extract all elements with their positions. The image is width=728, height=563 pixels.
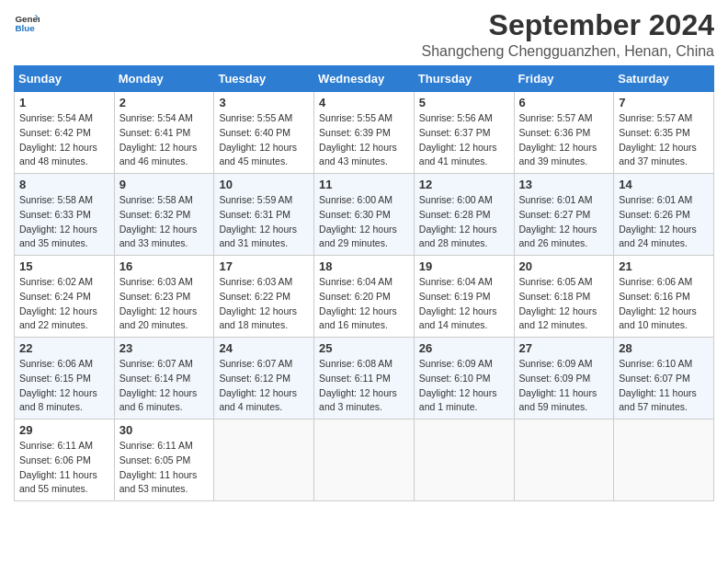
day-number: 13 [519, 178, 609, 191]
daylight-label: Daylight: 12 hours and 46 minutes. [119, 142, 198, 167]
sunset-label: Sunset: 6:14 PM [119, 373, 191, 384]
header: General Blue September 2024 Shangcheng C… [14, 9, 714, 60]
sunset-label: Sunset: 6:19 PM [419, 291, 491, 302]
calendar-cell [414, 419, 514, 501]
calendar-cell: 23 Sunrise: 6:07 AM Sunset: 6:14 PM Dayl… [114, 338, 214, 419]
daylight-label: Daylight: 12 hours and 10 minutes. [619, 305, 697, 331]
daylight-label: Daylight: 12 hours and 12 minutes. [519, 305, 597, 331]
day-number: 4 [319, 96, 409, 109]
day-info: Sunrise: 6:01 AM Sunset: 6:27 PM Dayligh… [519, 193, 609, 251]
daylight-label: Daylight: 12 hours and 8 minutes. [19, 387, 97, 413]
daylight-label: Daylight: 12 hours and 37 minutes. [619, 142, 697, 167]
week-row-2: 8 Sunrise: 5:58 AM Sunset: 6:33 PM Dayli… [15, 174, 714, 256]
daylight-label: Daylight: 12 hours and 24 minutes. [619, 224, 697, 249]
sunset-label: Sunset: 6:23 PM [119, 291, 191, 302]
calendar-cell: 28 Sunrise: 6:10 AM Sunset: 6:07 PM Dayl… [614, 338, 714, 419]
sunrise-label: Sunrise: 6:01 AM [619, 194, 692, 205]
calendar-cell: 12 Sunrise: 6:00 AM Sunset: 6:28 PM Dayl… [414, 174, 514, 256]
daylight-label: Daylight: 12 hours and 14 minutes. [419, 305, 497, 331]
day-number: 2 [119, 96, 210, 109]
sunrise-label: Sunrise: 6:06 AM [19, 358, 93, 369]
sunrise-label: Sunrise: 6:05 AM [519, 276, 593, 287]
header-saturday: Saturday [614, 66, 714, 92]
daylight-label: Daylight: 11 hours and 57 minutes. [619, 387, 697, 413]
daylight-label: Daylight: 12 hours and 39 minutes. [519, 142, 597, 167]
sunset-label: Sunset: 6:32 PM [119, 209, 191, 220]
calendar-cell: 13 Sunrise: 6:01 AM Sunset: 6:27 PM Dayl… [514, 174, 614, 256]
daylight-label: Daylight: 12 hours and 48 minutes. [19, 142, 97, 167]
day-number: 7 [619, 96, 709, 109]
week-row-3: 15 Sunrise: 6:02 AM Sunset: 6:24 PM Dayl… [15, 256, 714, 338]
day-number: 11 [319, 178, 409, 191]
sunset-label: Sunset: 6:27 PM [519, 209, 591, 220]
sunset-label: Sunset: 6:12 PM [219, 373, 290, 384]
daylight-label: Daylight: 12 hours and 26 minutes. [519, 224, 597, 249]
sunset-label: Sunset: 6:40 PM [219, 127, 290, 138]
sunrise-label: Sunrise: 5:55 AM [319, 112, 392, 123]
daylight-label: Daylight: 12 hours and 31 minutes. [219, 224, 297, 249]
sunset-label: Sunset: 6:28 PM [419, 209, 491, 220]
sunset-label: Sunset: 6:42 PM [19, 127, 91, 138]
calendar-cell: 9 Sunrise: 5:58 AM Sunset: 6:32 PM Dayli… [114, 174, 214, 256]
day-number: 23 [119, 341, 210, 355]
sunrise-label: Sunrise: 6:01 AM [519, 194, 593, 205]
header-tuesday: Tuesday [214, 66, 314, 92]
day-number: 12 [419, 178, 509, 191]
calendar-cell: 1 Sunrise: 5:54 AM Sunset: 6:42 PM Dayli… [15, 92, 115, 174]
calendar-cell: 17 Sunrise: 6:03 AM Sunset: 6:22 PM Dayl… [214, 256, 314, 338]
sunrise-label: Sunrise: 6:11 AM [19, 440, 93, 451]
sunset-label: Sunset: 6:26 PM [619, 209, 690, 220]
sunset-label: Sunset: 6:11 PM [319, 373, 391, 384]
daylight-label: Daylight: 12 hours and 29 minutes. [319, 224, 397, 249]
day-info: Sunrise: 6:00 AM Sunset: 6:28 PM Dayligh… [419, 193, 509, 251]
day-info: Sunrise: 6:03 AM Sunset: 6:23 PM Dayligh… [119, 275, 210, 333]
daylight-label: Daylight: 11 hours and 53 minutes. [119, 469, 198, 495]
calendar-cell: 4 Sunrise: 5:55 AM Sunset: 6:39 PM Dayli… [314, 92, 415, 174]
day-info: Sunrise: 6:05 AM Sunset: 6:18 PM Dayligh… [519, 275, 609, 333]
sunset-label: Sunset: 6:24 PM [19, 291, 91, 302]
day-number: 26 [419, 341, 509, 355]
sunrise-label: Sunrise: 5:55 AM [219, 112, 292, 123]
calendar-cell: 7 Sunrise: 5:57 AM Sunset: 6:35 PM Dayli… [614, 92, 714, 174]
sunset-label: Sunset: 6:18 PM [519, 291, 591, 302]
sunset-label: Sunset: 6:10 PM [419, 373, 491, 384]
sunrise-label: Sunrise: 6:08 AM [319, 358, 392, 369]
day-number: 5 [419, 96, 509, 109]
day-info: Sunrise: 5:55 AM Sunset: 6:40 PM Dayligh… [219, 111, 309, 169]
daylight-label: Daylight: 12 hours and 1 minute. [419, 387, 497, 413]
calendar-header-row: SundayMondayTuesdayWednesdayThursdayFrid… [15, 66, 714, 92]
svg-text:Blue: Blue [15, 23, 35, 33]
day-info: Sunrise: 6:01 AM Sunset: 6:26 PM Dayligh… [619, 193, 709, 251]
day-number: 30 [119, 423, 210, 437]
calendar-cell: 27 Sunrise: 6:09 AM Sunset: 6:09 PM Dayl… [514, 338, 614, 419]
header-sunday: Sunday [15, 66, 115, 92]
daylight-label: Daylight: 12 hours and 6 minutes. [119, 387, 198, 413]
sunset-label: Sunset: 6:05 PM [119, 454, 191, 465]
sunrise-label: Sunrise: 5:54 AM [119, 112, 193, 123]
sunset-label: Sunset: 6:41 PM [119, 127, 191, 138]
month-title: September 2024 [422, 9, 714, 41]
day-info: Sunrise: 5:57 AM Sunset: 6:36 PM Dayligh… [519, 111, 609, 169]
calendar-cell: 22 Sunrise: 6:06 AM Sunset: 6:15 PM Dayl… [15, 338, 115, 419]
week-row-5: 29 Sunrise: 6:11 AM Sunset: 6:06 PM Dayl… [15, 419, 714, 501]
day-info: Sunrise: 6:11 AM Sunset: 6:05 PM Dayligh… [119, 439, 210, 497]
day-info: Sunrise: 6:10 AM Sunset: 6:07 PM Dayligh… [619, 357, 709, 415]
sunrise-label: Sunrise: 6:03 AM [119, 276, 193, 287]
daylight-label: Daylight: 12 hours and 45 minutes. [219, 142, 297, 167]
calendar-cell: 24 Sunrise: 6:07 AM Sunset: 6:12 PM Dayl… [214, 338, 314, 419]
day-number: 19 [419, 259, 509, 273]
week-row-4: 22 Sunrise: 6:06 AM Sunset: 6:15 PM Dayl… [15, 338, 714, 419]
daylight-label: Daylight: 12 hours and 41 minutes. [419, 142, 497, 167]
daylight-label: Daylight: 12 hours and 35 minutes. [19, 224, 97, 249]
day-info: Sunrise: 6:04 AM Sunset: 6:19 PM Dayligh… [419, 275, 509, 333]
sunset-label: Sunset: 6:35 PM [619, 127, 690, 138]
sunset-label: Sunset: 6:33 PM [19, 209, 91, 220]
daylight-label: Daylight: 11 hours and 59 minutes. [519, 387, 597, 413]
calendar-cell: 5 Sunrise: 5:56 AM Sunset: 6:37 PM Dayli… [414, 92, 514, 174]
sunrise-label: Sunrise: 6:00 AM [419, 194, 493, 205]
day-info: Sunrise: 6:11 AM Sunset: 6:06 PM Dayligh… [19, 439, 109, 497]
sunset-label: Sunset: 6:22 PM [219, 291, 290, 302]
daylight-label: Daylight: 12 hours and 33 minutes. [119, 224, 198, 249]
calendar-cell [614, 419, 714, 501]
day-number: 29 [19, 423, 109, 437]
